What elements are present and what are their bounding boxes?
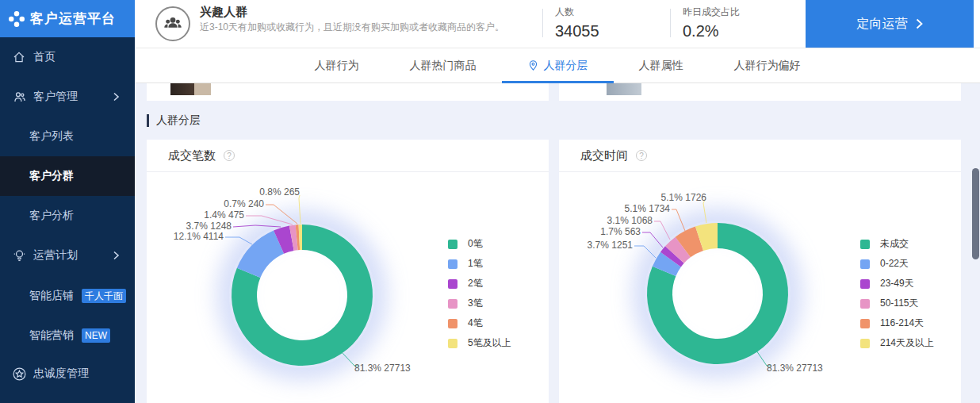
legend-label: 1笔 — [468, 257, 483, 271]
legend-swatch — [860, 240, 870, 249]
slice-label: 5.1% 1734 — [625, 202, 670, 215]
chevron-right-icon — [113, 251, 121, 260]
donut-chart-deal-time: 5.1% 1726 5.1% 1734 3.1% 1068 1.7% 563 3… — [560, 172, 960, 402]
vertical-scrollbar-thumb[interactable] — [972, 168, 979, 259]
slice-label: 0.8% 265 — [259, 186, 300, 198]
legend-item[interactable]: 2笔 — [448, 274, 511, 294]
app-logo[interactable]: 客户运营平台 — [0, 0, 135, 37]
stat-value: 0.2% — [683, 22, 740, 40]
legend-swatch — [860, 279, 870, 289]
legend-item[interactable]: 4笔 — [448, 313, 511, 333]
star-circle-icon — [11, 366, 27, 382]
divider — [670, 9, 671, 37]
legend-label: 2笔 — [468, 277, 483, 290]
legend-swatch — [860, 259, 870, 269]
sidebar-item-label: 智能店铺 — [29, 289, 74, 303]
legend-item[interactable]: 未成交 — [860, 234, 934, 254]
legend-swatch — [860, 319, 870, 328]
product-image-fragment — [194, 83, 211, 95]
label-line — [654, 221, 670, 240]
sidebar-item-customer-management[interactable]: 客户管理 — [0, 86, 135, 108]
tab-bar: 人群行为 人群热门商品 人群分层 人群属性 人群行为偏好 — [135, 48, 980, 83]
product-image-fragment — [607, 83, 641, 95]
sidebar-item-customer-segment-active[interactable]: 客户分群 — [0, 156, 135, 196]
tab-group-layering[interactable]: 人群分层 — [502, 48, 614, 83]
tab-group-attributes[interactable]: 人群属性 — [614, 48, 709, 83]
tab-label: 人群行为 — [315, 59, 359, 73]
card-title: 成交时间 — [580, 148, 628, 163]
legend-label: 0-22天 — [880, 257, 909, 271]
tab-group-behavior[interactable]: 人群行为 — [289, 48, 385, 83]
home-icon — [11, 49, 27, 65]
tab-label: 人群行为偏好 — [734, 59, 801, 73]
legend-label: 50-115天 — [880, 297, 918, 310]
legend-item[interactable]: 50-115天 — [860, 294, 934, 313]
label-line — [225, 237, 252, 244]
legend-label: 5笔及以上 — [468, 336, 511, 350]
tab-label: 人群属性 — [639, 59, 683, 73]
stat-value: 34055 — [555, 22, 599, 40]
legend-item[interactable]: 3笔 — [448, 294, 511, 313]
label-line — [246, 216, 293, 225]
chevron-right-icon — [916, 18, 923, 29]
legend-label: 未成交 — [880, 237, 909, 251]
sidebar: 客户运营平台 首页 客户管理 客户列表 客户分群 客户分析 — [0, 0, 135, 403]
section-title: 人群分层 — [156, 113, 201, 128]
lightbulb-icon — [11, 248, 27, 263]
section-header: 人群分层 — [147, 113, 201, 128]
sidebar-item-loyalty-management[interactable]: 忠诚度管理 — [0, 363, 135, 385]
sidebar-item-label: 运营计划 — [33, 248, 78, 263]
sidebar-item-label: 客户分析 — [29, 209, 74, 223]
label-line — [672, 209, 685, 231]
chart-legend: 未成交 0-22天 23-49天 50-115天 116-214天 — [860, 234, 934, 353]
section-marker — [147, 114, 149, 127]
legend-item[interactable]: 5笔及以上 — [448, 333, 511, 353]
label-line — [642, 232, 663, 248]
legend-label: 214天及以上 — [880, 336, 934, 350]
legend-item[interactable]: 116-214天 — [860, 313, 934, 333]
sidebar-item-label: 智能营销 — [29, 328, 74, 343]
sidebar-item-label: 客户分群 — [29, 169, 74, 183]
legend-label: 116-214天 — [880, 317, 924, 330]
content-area: 人群分层 成交笔数 0.8% 265 0.7% 240 1. — [135, 83, 980, 403]
legend-item[interactable]: 23-49天 — [860, 274, 934, 294]
label-line — [233, 225, 281, 227]
legend-item[interactable]: 0笔 — [448, 234, 511, 254]
group-description: 近3-10天有加购或收藏行为，且近期没有购买加购或者收藏商品的客户。 — [200, 21, 542, 33]
chevron-right-icon — [113, 92, 121, 102]
new-badge: NEW — [82, 328, 110, 343]
tab-label: 人群分层 — [544, 59, 588, 73]
stat-people-count: 人数 34055 — [555, 6, 599, 40]
divider — [542, 9, 543, 37]
slice-label: 12.1% 4114 — [174, 230, 224, 243]
tab-group-hot-products[interactable]: 人群热门商品 — [385, 48, 502, 83]
sidebar-item-home[interactable]: 首页 — [0, 46, 135, 68]
smart-shop-badge: 千人千面 — [82, 289, 126, 303]
stat-deal-ratio: 昨日成交占比 0.2% — [683, 6, 740, 40]
location-pin-icon — [527, 59, 539, 71]
label-line — [266, 205, 297, 224]
sidebar-item-operation-plan[interactable]: 运营计划 — [0, 244, 135, 267]
targeted-operation-button[interactable]: 定向运营 — [806, 0, 974, 48]
previous-section-card-left — [147, 83, 549, 101]
slice-label: 1.7% 563 — [600, 225, 641, 238]
legend-item[interactable]: 214天及以上 — [860, 333, 934, 353]
chart-card-deal-time: 成交时间 5.1% 1726 5.1% 1734 3.1% 1068 1.7% … — [559, 140, 961, 403]
legend-item[interactable]: 1笔 — [448, 254, 511, 274]
legend-item[interactable]: 0-22天 — [860, 254, 934, 274]
users-icon — [11, 89, 27, 105]
tab-label: 人群热门商品 — [410, 59, 477, 73]
button-label: 定向运营 — [857, 16, 908, 33]
sidebar-item-label: 忠诚度管理 — [33, 367, 89, 381]
help-icon[interactable] — [224, 150, 235, 161]
legend-label: 4笔 — [468, 317, 483, 330]
help-icon[interactable] — [636, 150, 647, 161]
slice-label: 3.7% 1251 — [588, 239, 633, 251]
chart-card-deal-count: 成交笔数 0.8% 265 0.7% 240 1.4% 475 3.7% 124… — [147, 140, 549, 403]
card-title: 成交笔数 — [168, 148, 216, 163]
tab-group-behavior-preference[interactable]: 人群行为偏好 — [709, 48, 826, 83]
legend-swatch — [860, 339, 870, 348]
legend-label: 0笔 — [468, 237, 483, 251]
previous-section-card-right — [559, 83, 961, 101]
group-people-icon — [162, 13, 184, 35]
